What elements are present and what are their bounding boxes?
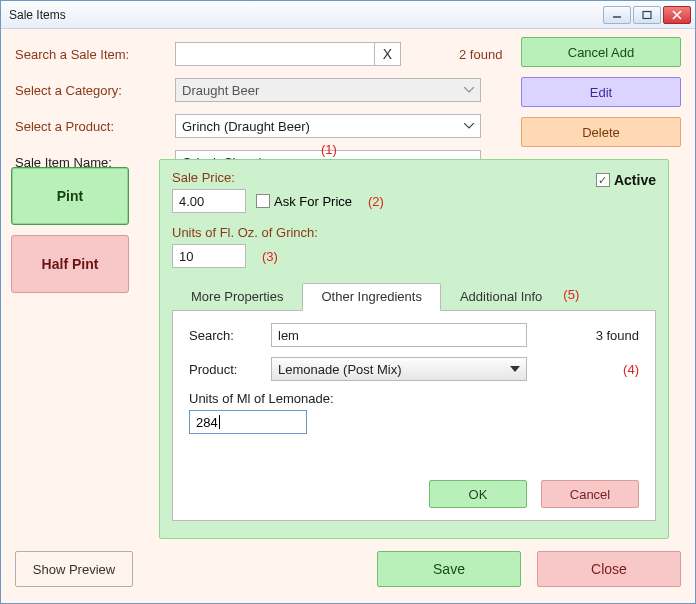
tab-more-properties[interactable]: More Properties (172, 283, 302, 311)
details-panel: Sale Price: Ask For Price (2) Active (159, 159, 669, 539)
close-window-button[interactable] (663, 6, 691, 24)
ingredient-units-label: Units of Ml of Lemonade: (189, 391, 639, 406)
annotation-3: (3) (262, 249, 278, 264)
search-input-wrap: X (175, 42, 401, 66)
category-label: Select a Category: (15, 83, 175, 98)
category-select[interactable]: Draught Beer (175, 78, 481, 102)
pint-button[interactable]: Pint (11, 167, 129, 225)
tab-additional-info[interactable]: Additional Info (441, 283, 561, 311)
units-input[interactable] (172, 244, 246, 268)
sale-items-window: Sale Items Cancel Add Edit Delete Search… (0, 0, 696, 604)
active-checkbox[interactable] (596, 173, 610, 187)
annotation-1: (1) (321, 142, 337, 157)
active-label: Active (614, 172, 656, 188)
ok-button[interactable]: OK (429, 480, 527, 508)
annotation-4: (4) (623, 362, 639, 377)
half-pint-button[interactable]: Half Pint (11, 235, 129, 293)
window-title: Sale Items (9, 8, 603, 22)
product-value: Grinch (Draught Beer) (182, 119, 310, 134)
tab-other-ingredients[interactable]: Other Ingredients (302, 283, 440, 311)
ingredient-search-row: Search: 3 found (189, 323, 639, 347)
product-label: Select a Product: (15, 119, 175, 134)
titlebar: Sale Items (1, 1, 695, 29)
chevron-down-icon (462, 83, 476, 97)
window-body: Cancel Add Edit Delete Search a Sale Ite… (1, 29, 695, 603)
bottom-bar: Show Preview Save Close (15, 549, 681, 589)
cancel-button[interactable]: Cancel (541, 480, 639, 508)
chevron-down-icon (462, 119, 476, 133)
ingredient-search-label: Search: (189, 328, 271, 343)
maximize-button[interactable] (633, 6, 661, 24)
ingredient-units-value: 284 (196, 415, 218, 430)
ask-for-price-checkbox[interactable] (256, 194, 270, 208)
action-buttons: Cancel Add Edit Delete (521, 37, 681, 147)
category-value: Draught Beer (182, 83, 259, 98)
annotation-2: (2) (368, 194, 384, 209)
minimize-button[interactable] (603, 6, 631, 24)
ingredient-product-row: Product: Lemonade (Post Mix) (4) (189, 357, 639, 381)
search-input[interactable] (176, 43, 374, 65)
window-controls (603, 6, 691, 24)
text-cursor-icon (219, 415, 220, 429)
close-button[interactable]: Close (537, 551, 681, 587)
cancel-add-button[interactable]: Cancel Add (521, 37, 681, 67)
ingredient-product-value: Lemonade (Post Mix) (278, 362, 402, 377)
show-preview-button[interactable]: Show Preview (15, 551, 133, 587)
price-section: Sale Price: Ask For Price (2) Active (172, 170, 656, 213)
search-found-count: 2 found (459, 47, 502, 62)
active-row: Active (596, 172, 656, 188)
clear-search-button[interactable]: X (374, 43, 400, 65)
edit-button[interactable]: Edit (521, 77, 681, 107)
tab-body: Search: 3 found Product: Lemonade (Post … (172, 311, 656, 521)
product-select[interactable]: Grinch (Draught Beer) (175, 114, 481, 138)
ingredient-product-label: Product: (189, 362, 271, 377)
annotation-5: (5) (561, 282, 579, 310)
ingredient-units-input[interactable]: 284 (189, 410, 307, 434)
sale-price-label: Sale Price: (172, 170, 596, 185)
sale-price-input[interactable] (172, 189, 246, 213)
tabs: More Properties Other Ingredients Additi… (172, 282, 656, 311)
ask-for-price-row: Ask For Price (256, 194, 352, 209)
ingredient-product-select[interactable]: Lemonade (Post Mix) (271, 357, 527, 381)
chevron-down-icon (508, 362, 522, 376)
ask-for-price-label: Ask For Price (274, 194, 352, 209)
ingredient-search-input[interactable] (271, 323, 527, 347)
delete-button[interactable]: Delete (521, 117, 681, 147)
ingredient-buttons: OK Cancel (429, 480, 639, 508)
size-buttons: Pint Half Pint (11, 167, 129, 293)
svg-rect-1 (643, 11, 651, 18)
units-label: Units of Fl. Oz. of Grinch: (172, 225, 656, 240)
search-label: Search a Sale Item: (15, 47, 175, 62)
ingredient-found-count: 3 found (596, 328, 639, 343)
save-button[interactable]: Save (377, 551, 521, 587)
